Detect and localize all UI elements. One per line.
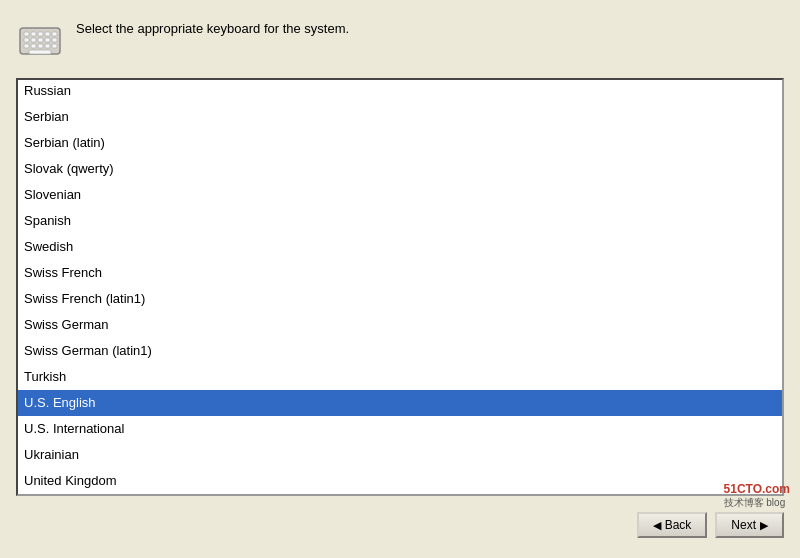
next-button[interactable]: Next ▶ <box>715 512 784 538</box>
footer-area: 51CTO.com 技术博客 blog ◀ Back Next ▶ <box>16 508 784 542</box>
list-item[interactable]: Slovenian <box>18 182 782 208</box>
footer-buttons: ◀ Back Next ▶ <box>637 512 784 538</box>
list-item[interactable]: U.S. English <box>18 390 782 416</box>
svg-rect-9 <box>45 38 50 42</box>
svg-rect-7 <box>31 38 36 42</box>
svg-rect-15 <box>52 44 57 48</box>
list-item[interactable]: Swiss French (latin1) <box>18 286 782 312</box>
list-item[interactable]: Russian <box>18 80 782 104</box>
svg-rect-5 <box>52 32 57 36</box>
svg-rect-4 <box>45 32 50 36</box>
svg-rect-11 <box>24 44 29 48</box>
keyboard-list-container: PortugueseRomanianRussianSerbianSerbian … <box>16 78 784 496</box>
svg-rect-8 <box>38 38 43 42</box>
svg-rect-1 <box>24 32 29 36</box>
svg-rect-10 <box>52 38 57 42</box>
list-item[interactable]: Ukrainian <box>18 442 782 468</box>
next-arrow-icon: ▶ <box>760 519 768 532</box>
back-button-label: Back <box>665 518 692 532</box>
header-instruction: Select the appropriate keyboard for the … <box>76 16 349 38</box>
watermark-line2: 技术博客 blog <box>724 496 790 510</box>
list-item[interactable]: Spanish <box>18 208 782 234</box>
list-item[interactable]: Swiss German <box>18 312 782 338</box>
svg-rect-14 <box>45 44 50 48</box>
keyboard-icon <box>16 16 64 64</box>
list-item[interactable]: Swedish <box>18 234 782 260</box>
list-item[interactable]: Turkish <box>18 364 782 390</box>
svg-rect-12 <box>31 44 36 48</box>
main-container: Select the appropriate keyboard for the … <box>0 0 800 558</box>
list-item[interactable]: Serbian (latin) <box>18 130 782 156</box>
header-area: Select the appropriate keyboard for the … <box>16 16 784 64</box>
back-arrow-icon: ◀ <box>653 519 661 532</box>
next-button-label: Next <box>731 518 756 532</box>
list-item[interactable]: U.S. International <box>18 416 782 442</box>
list-item[interactable]: United Kingdom <box>18 468 782 494</box>
watermark-line1: 51CTO.com <box>724 482 790 496</box>
back-button[interactable]: ◀ Back <box>637 512 708 538</box>
list-item[interactable]: Serbian <box>18 104 782 130</box>
list-item[interactable]: Slovak (qwerty) <box>18 156 782 182</box>
svg-rect-6 <box>24 38 29 42</box>
svg-rect-16 <box>29 50 51 54</box>
svg-rect-3 <box>38 32 43 36</box>
svg-rect-2 <box>31 32 36 36</box>
watermark: 51CTO.com 技术博客 blog <box>724 482 790 510</box>
list-item[interactable]: Swiss French <box>18 260 782 286</box>
list-item[interactable]: Swiss German (latin1) <box>18 338 782 364</box>
keyboard-list-scroll[interactable]: PortugueseRomanianRussianSerbianSerbian … <box>18 80 782 494</box>
svg-rect-13 <box>38 44 43 48</box>
